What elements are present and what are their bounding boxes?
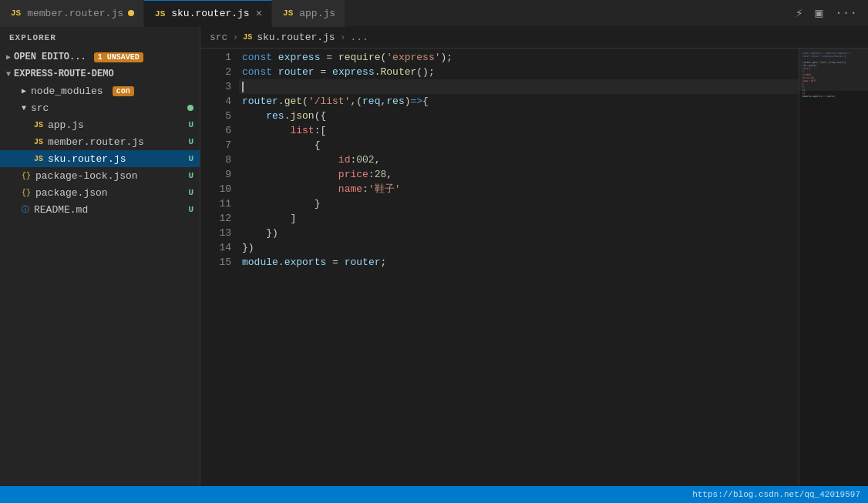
breadcrumb-src: src: [210, 32, 227, 43]
sidebar-title: EXPLORER: [0, 27, 200, 49]
code-line-4: router.get('/list',(req,res)=>{: [239, 94, 799, 109]
breadcrumb-js-icon: JS: [243, 33, 252, 42]
status-bar: https://blog.csdn.net/qq_42019597: [0, 486, 868, 503]
code-line-5: res.json({: [239, 109, 799, 123]
minimap: const express = require('express'); cons…: [799, 49, 868, 486]
package-lock-label: package-lock.json: [35, 170, 138, 182]
main-layout: EXPLORER ▶ OPEN EDITO... 1 UNSAVED ▼ EXP…: [0, 27, 868, 486]
package-lock-u-badge: U: [188, 171, 193, 180]
json-icon-package-lock: {}: [22, 172, 31, 180]
code-line-13: }): [239, 226, 799, 240]
code-line-3: [239, 79, 799, 94]
more-actions-icon[interactable]: ···: [832, 5, 860, 22]
open-editors-label: OPEN EDITO...: [14, 52, 86, 62]
sidebar: EXPLORER ▶ OPEN EDITO... 1 UNSAVED ▼ EXP…: [0, 27, 200, 486]
src-modified-dot: [187, 105, 193, 111]
tab-sku-router[interactable]: JS sku.router.js ×: [144, 0, 272, 27]
sidebar-item-app-js[interactable]: JS app.js U: [0, 116, 200, 133]
editor-area: src › JS sku.router.js › ... 1 2 3 4 5 6…: [200, 27, 868, 486]
code-line-7: {: [239, 138, 799, 153]
code-line-9: price:28,: [239, 167, 799, 182]
node-modules-label: node_modules: [31, 86, 103, 97]
chevron-open-editors: ▶: [6, 52, 11, 62]
readme-label: README.md: [34, 204, 88, 216]
code-line-12: ]: [239, 211, 799, 226]
tab-member-label: member.router.js: [27, 8, 123, 19]
status-url: https://blog.csdn.net/qq_42019597: [692, 490, 860, 499]
js-icon-app: JS: [281, 8, 294, 18]
ln-9: 9: [200, 167, 231, 182]
sidebar-item-member-router[interactable]: JS member.router.js U: [0, 133, 200, 150]
code-body[interactable]: const express = require('express'); cons…: [239, 49, 799, 486]
ln-11: 11: [200, 196, 231, 211]
ln-3: 3: [200, 79, 231, 94]
editor-content: 1 2 3 4 5 6 7 8 9 10 11 12 13 14 15 cons…: [200, 49, 868, 486]
text-cursor: [242, 82, 244, 92]
breadcrumb-sep1: ›: [232, 32, 238, 43]
package-json-u-badge: U: [188, 188, 193, 197]
ln-4: 4: [200, 94, 231, 109]
src-label: src: [31, 102, 49, 114]
readme-u-badge: U: [188, 205, 193, 214]
member-router-label: member.router.js: [48, 136, 144, 148]
layout-icon[interactable]: ▣: [812, 4, 826, 22]
ln-13: 13: [200, 226, 231, 240]
tab-bar: JS member.router.js JS sku.router.js × J…: [0, 0, 868, 27]
ln-12: 12: [200, 211, 231, 226]
split-editor-icon[interactable]: ⚡: [792, 4, 806, 22]
tab-member-router[interactable]: JS member.router.js: [0, 0, 144, 27]
minimap-highlight: [799, 49, 868, 91]
app-js-label: app.js: [48, 119, 84, 131]
member-router-u-badge: U: [188, 137, 193, 146]
sidebar-item-sku-router[interactable]: JS sku.router.js U: [0, 150, 200, 167]
ln-6: 6: [200, 123, 231, 138]
js-icon-sku: JS: [153, 8, 167, 19]
json-icon-package: {}: [22, 189, 31, 197]
ln-2: 2: [200, 65, 231, 79]
js-file-icon-app: JS: [34, 121, 43, 129]
chevron-project: ▼: [6, 70, 11, 79]
line-numbers: 1 2 3 4 5 6 7 8 9 10 11 12 13 14 15: [200, 49, 239, 486]
ln-14: 14: [200, 240, 231, 255]
ln-1: 1: [200, 50, 231, 65]
node-modules-badge: con: [113, 86, 134, 96]
sku-router-u-badge: U: [188, 154, 193, 163]
breadcrumb-sep2: ›: [340, 32, 346, 43]
ln-5: 5: [200, 109, 231, 123]
sidebar-item-node-modules[interactable]: ▶ node_modules con: [0, 82, 200, 99]
unsaved-dot-member: [128, 10, 134, 16]
ln-10: 10: [200, 182, 231, 196]
code-line-10: name:'鞋子': [239, 182, 799, 196]
project-name: EXPRESS-ROUTE-DEMO: [14, 69, 114, 79]
chevron-src-icon: ▼: [22, 104, 26, 112]
code-line-1: const express = require('express');: [239, 50, 799, 65]
code-line-6: list:[: [239, 123, 799, 138]
unsaved-badge: 1 UNSAVED: [94, 52, 143, 62]
sidebar-item-readme[interactable]: ⓘ README.md U: [0, 201, 200, 218]
tab-sku-label: sku.router.js: [171, 8, 249, 19]
chevron-node-modules-icon: ▶: [22, 86, 26, 96]
breadcrumb: src › JS sku.router.js › ...: [200, 27, 868, 49]
close-icon-sku[interactable]: ×: [256, 8, 262, 20]
code-line-2: const router = express.Router();: [239, 65, 799, 79]
code-line-14: }): [239, 240, 799, 255]
open-editors-section[interactable]: ▶ OPEN EDITO... 1 UNSAVED: [0, 49, 200, 65]
sidebar-item-src[interactable]: ▼ src: [0, 99, 200, 116]
md-icon-readme: ⓘ: [22, 204, 29, 215]
tab-app-js[interactable]: JS app.js: [272, 0, 345, 27]
ln-7: 7: [200, 138, 231, 153]
breadcrumb-file: sku.router.js: [257, 32, 335, 43]
js-file-icon-sku: JS: [34, 155, 43, 163]
app-js-u-badge: U: [188, 120, 193, 129]
tab-actions: ⚡ ▣ ···: [785, 4, 868, 22]
js-icon-member: JS: [9, 8, 22, 18]
code-line-8: id:002,: [239, 153, 799, 167]
file-tree: ▶ node_modules con ▼ src JS app.js U JS …: [0, 82, 200, 486]
sku-router-label: sku.router.js: [48, 153, 126, 165]
code-line-15: module.exports = router;: [239, 255, 799, 270]
sidebar-item-package-json[interactable]: {} package.json U: [0, 184, 200, 201]
package-json-label: package.json: [35, 187, 108, 199]
project-section[interactable]: ▼ EXPRESS-ROUTE-DEMO: [0, 65, 200, 82]
js-file-icon-member: JS: [34, 138, 43, 146]
sidebar-item-package-lock[interactable]: {} package-lock.json U: [0, 167, 200, 184]
